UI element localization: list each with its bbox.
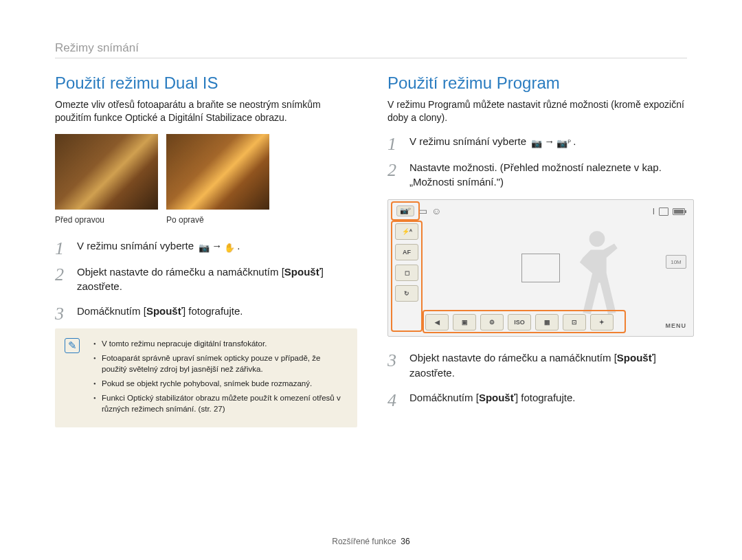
shots-remaining: I: [653, 207, 655, 216]
lead-program: V režimu Programů můžete nastavit různé …: [387, 98, 690, 124]
right-step-4: Domáčknutím [Spoušť] fotografujte.: [387, 390, 690, 405]
page-footer: Rozšířené funkce 36: [0, 537, 742, 546]
photo-after: [166, 134, 269, 210]
left-step-1: V režimu snímání vyberte 📷→✋.: [55, 238, 357, 255]
photo-before: [55, 134, 158, 210]
breadcrumb: Režimy snímání: [55, 41, 687, 58]
focus-frame: [521, 254, 560, 282]
right-step-1: V režimu snímání vyberte 📷→📷ᴾ.: [387, 134, 690, 150]
selection-highlight: [391, 201, 420, 221]
note-icon: ✎: [65, 338, 80, 353]
memory-icon: [659, 208, 668, 216]
heading-program: Použití režimu Program: [387, 74, 690, 93]
note-block: ✎ V tomto režimu nepracuje digitální tra…: [55, 328, 357, 427]
note-item: Fotoaparát správně upraví snímek opticky…: [93, 352, 346, 375]
left-step-2: Objekt nastavte do rámečku a namáčknutím…: [55, 265, 357, 295]
note-item: Pokud se objekt rychle pohyboval, snímek…: [93, 378, 346, 390]
col-program: Použití režimu Program V režimu Programů…: [387, 74, 690, 427]
caption-after: Po opravě: [166, 215, 204, 225]
caption-before: Před opravou: [55, 215, 158, 225]
selection-highlight: [391, 221, 423, 332]
camera-icon: 📷: [199, 242, 210, 255]
lcd-mockup: 📷ᴾ ▭ ☺ I ⚡ᴬ AF ◻ ↻ 10M: [387, 199, 694, 337]
resolution-icon[interactable]: 10M: [666, 255, 686, 269]
selection-highlight: [423, 310, 626, 333]
camera-icon: 📷: [531, 137, 542, 150]
battery-icon: [673, 208, 685, 215]
note-item: V tomto režimu nepracuje digitální trans…: [93, 338, 346, 350]
face-icon: ☺: [431, 205, 441, 216]
left-step-3: Domáčknutím [Spoušť] fotografujte.: [55, 304, 357, 319]
menu-button[interactable]: MENU: [666, 322, 687, 329]
hand-dual-is-icon: ✋: [224, 242, 235, 255]
col-dual-is: Použití režimu Dual IS Omezte vliv otřes…: [55, 74, 357, 427]
camera-p-icon: 📷ᴾ: [556, 137, 571, 150]
heading-dual-is: Použití režimu Dual IS: [55, 74, 357, 93]
right-step-2: Nastavte možnosti. (Přehled možností nal…: [387, 160, 690, 190]
lead-dual-is: Omezte vliv otřesů fotoaparátu a braňte …: [55, 98, 357, 124]
right-step-3: Objekt nastavte do rámečku a namáčknutím…: [387, 350, 690, 381]
note-item: Funkci Optický stabilizátor obrazu můžet…: [93, 392, 346, 415]
